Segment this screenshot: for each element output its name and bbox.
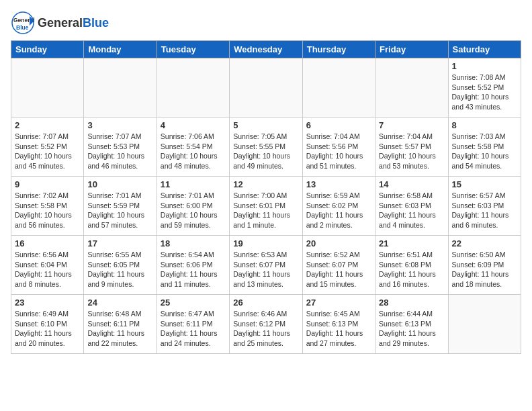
day-number: 25	[161, 298, 226, 308]
cell-text: Sunrise: 7:01 AM Sunset: 5:59 PM Dayligh…	[87, 191, 152, 230]
day-number: 26	[233, 298, 298, 308]
day-number: 6	[306, 120, 371, 130]
page-header: General Blue GeneralBlue	[11, 11, 521, 35]
calendar-cell	[375, 58, 448, 118]
calendar-cell: 26Sunrise: 6:46 AM Sunset: 6:12 PM Dayli…	[230, 295, 302, 354]
calendar-cell	[448, 295, 521, 354]
calendar-week-4: 23Sunrise: 6:49 AM Sunset: 6:10 PM Dayli…	[11, 295, 521, 354]
calendar-cell: 23Sunrise: 6:49 AM Sunset: 6:10 PM Dayli…	[11, 295, 84, 354]
calendar-cell: 18Sunrise: 6:54 AM Sunset: 6:06 PM Dayli…	[157, 236, 229, 295]
calendar-cell: 7Sunrise: 7:04 AM Sunset: 5:57 PM Daylig…	[375, 118, 448, 177]
cell-text: Sunrise: 6:44 AM Sunset: 6:13 PM Dayligh…	[379, 309, 444, 349]
calendar-cell: 3Sunrise: 7:07 AM Sunset: 5:53 PM Daylig…	[84, 118, 157, 177]
day-number: 16	[15, 238, 80, 248]
cell-text: Sunrise: 7:00 AM Sunset: 6:01 PM Dayligh…	[233, 191, 298, 230]
cell-text: Sunrise: 6:49 AM Sunset: 6:10 PM Dayligh…	[15, 309, 80, 349]
calendar-cell: 8Sunrise: 7:03 AM Sunset: 5:58 PM Daylig…	[448, 118, 521, 177]
day-number: 1	[452, 61, 517, 71]
day-number: 21	[379, 238, 444, 248]
calendar-weekday-tuesday: Tuesday	[157, 41, 229, 58]
calendar-cell	[230, 58, 302, 118]
cell-text: Sunrise: 6:54 AM Sunset: 6:06 PM Dayligh…	[161, 250, 226, 289]
calendar-week-2: 9Sunrise: 7:02 AM Sunset: 5:58 PM Daylig…	[11, 177, 521, 236]
day-number: 13	[306, 179, 371, 189]
day-number: 10	[87, 179, 152, 189]
cell-text: Sunrise: 6:50 AM Sunset: 6:09 PM Dayligh…	[452, 250, 517, 289]
day-number: 28	[379, 298, 444, 308]
cell-text: Sunrise: 7:07 AM Sunset: 5:53 PM Dayligh…	[87, 132, 152, 171]
day-number: 19	[233, 238, 298, 248]
day-number: 14	[379, 179, 444, 189]
day-number: 5	[233, 120, 298, 130]
cell-text: Sunrise: 6:48 AM Sunset: 6:11 PM Dayligh…	[87, 309, 152, 349]
calendar-cell: 6Sunrise: 7:04 AM Sunset: 5:56 PM Daylig…	[302, 118, 375, 177]
cell-text: Sunrise: 7:03 AM Sunset: 5:58 PM Dayligh…	[452, 132, 517, 171]
cell-text: Sunrise: 6:56 AM Sunset: 6:04 PM Dayligh…	[15, 250, 80, 289]
day-number: 8	[452, 120, 517, 130]
calendar-cell: 2Sunrise: 7:07 AM Sunset: 5:52 PM Daylig…	[11, 118, 84, 177]
calendar-cell: 16Sunrise: 6:56 AM Sunset: 6:04 PM Dayli…	[11, 236, 84, 295]
calendar-weekday-sunday: Sunday	[11, 41, 84, 58]
calendar-cell	[302, 58, 375, 118]
calendar-cell: 19Sunrise: 6:53 AM Sunset: 6:07 PM Dayli…	[230, 236, 302, 295]
day-number: 7	[379, 120, 444, 130]
calendar-cell: 12Sunrise: 7:00 AM Sunset: 6:01 PM Dayli…	[230, 177, 302, 236]
cell-text: Sunrise: 7:01 AM Sunset: 6:00 PM Dayligh…	[161, 191, 226, 230]
cell-text: Sunrise: 6:46 AM Sunset: 6:12 PM Dayligh…	[233, 309, 298, 349]
day-number: 20	[306, 238, 371, 248]
cell-text: Sunrise: 6:52 AM Sunset: 6:07 PM Dayligh…	[306, 250, 371, 289]
calendar-cell: 10Sunrise: 7:01 AM Sunset: 5:59 PM Dayli…	[84, 177, 157, 236]
calendar-weekday-wednesday: Wednesday	[230, 41, 302, 58]
day-number: 12	[233, 179, 298, 189]
cell-text: Sunrise: 6:51 AM Sunset: 6:08 PM Dayligh…	[379, 250, 444, 289]
calendar-cell: 28Sunrise: 6:44 AM Sunset: 6:13 PM Dayli…	[375, 295, 448, 354]
calendar-week-3: 16Sunrise: 6:56 AM Sunset: 6:04 PM Dayli…	[11, 236, 521, 295]
day-number: 17	[87, 238, 152, 248]
cell-text: Sunrise: 7:02 AM Sunset: 5:58 PM Dayligh…	[15, 191, 80, 230]
calendar-body: 1Sunrise: 7:08 AM Sunset: 5:52 PM Daylig…	[11, 58, 521, 354]
day-number: 27	[306, 298, 371, 308]
calendar-cell	[11, 58, 84, 118]
calendar-cell: 4Sunrise: 7:06 AM Sunset: 5:54 PM Daylig…	[157, 118, 229, 177]
cell-text: Sunrise: 6:53 AM Sunset: 6:07 PM Dayligh…	[233, 250, 298, 289]
cell-text: Sunrise: 7:06 AM Sunset: 5:54 PM Dayligh…	[161, 132, 226, 171]
day-number: 24	[87, 298, 152, 308]
calendar-cell: 9Sunrise: 7:02 AM Sunset: 5:58 PM Daylig…	[11, 177, 84, 236]
cell-text: Sunrise: 6:58 AM Sunset: 6:03 PM Dayligh…	[379, 191, 444, 230]
cell-text: Sunrise: 7:05 AM Sunset: 5:55 PM Dayligh…	[233, 132, 298, 171]
calendar-cell: 5Sunrise: 7:05 AM Sunset: 5:55 PM Daylig…	[230, 118, 302, 177]
day-number: 22	[452, 238, 517, 248]
cell-text: Sunrise: 6:55 AM Sunset: 6:05 PM Dayligh…	[87, 250, 152, 289]
logo: General Blue GeneralBlue	[11, 11, 109, 35]
calendar-week-1: 2Sunrise: 7:07 AM Sunset: 5:52 PM Daylig…	[11, 118, 521, 177]
calendar-cell: 27Sunrise: 6:45 AM Sunset: 6:13 PM Dayli…	[302, 295, 375, 354]
calendar-cell	[84, 58, 157, 118]
calendar-cell: 13Sunrise: 6:59 AM Sunset: 6:02 PM Dayli…	[302, 177, 375, 236]
logo-svg: General Blue	[11, 11, 35, 35]
day-number: 11	[161, 179, 226, 189]
day-number: 15	[452, 179, 517, 189]
calendar-cell: 1Sunrise: 7:08 AM Sunset: 5:52 PM Daylig…	[448, 58, 521, 118]
calendar-cell: 11Sunrise: 7:01 AM Sunset: 6:00 PM Dayli…	[157, 177, 229, 236]
calendar-table: SundayMondayTuesdayWednesdayThursdayFrid…	[11, 40, 521, 354]
calendar-weekday-saturday: Saturday	[448, 41, 521, 58]
day-number: 2	[15, 120, 80, 130]
calendar-cell	[157, 58, 229, 118]
day-number: 23	[15, 298, 80, 308]
calendar-week-0: 1Sunrise: 7:08 AM Sunset: 5:52 PM Daylig…	[11, 58, 521, 118]
logo-general: General	[38, 16, 83, 30]
cell-text: Sunrise: 6:57 AM Sunset: 6:03 PM Dayligh…	[452, 191, 517, 230]
cell-text: Sunrise: 6:45 AM Sunset: 6:13 PM Dayligh…	[306, 309, 371, 349]
calendar-cell: 22Sunrise: 6:50 AM Sunset: 6:09 PM Dayli…	[448, 236, 521, 295]
calendar-cell: 25Sunrise: 6:47 AM Sunset: 6:11 PM Dayli…	[157, 295, 229, 354]
calendar-weekday-monday: Monday	[84, 41, 157, 58]
logo-blue: Blue	[83, 16, 109, 30]
day-number: 3	[87, 120, 152, 130]
day-number: 9	[15, 179, 80, 189]
svg-text:Blue: Blue	[16, 24, 29, 31]
calendar-header-row: SundayMondayTuesdayWednesdayThursdayFrid…	[11, 41, 521, 58]
cell-text: Sunrise: 7:07 AM Sunset: 5:52 PM Dayligh…	[15, 132, 80, 171]
cell-text: Sunrise: 6:47 AM Sunset: 6:11 PM Dayligh…	[161, 309, 226, 349]
calendar-cell: 20Sunrise: 6:52 AM Sunset: 6:07 PM Dayli…	[302, 236, 375, 295]
day-number: 18	[161, 238, 226, 248]
